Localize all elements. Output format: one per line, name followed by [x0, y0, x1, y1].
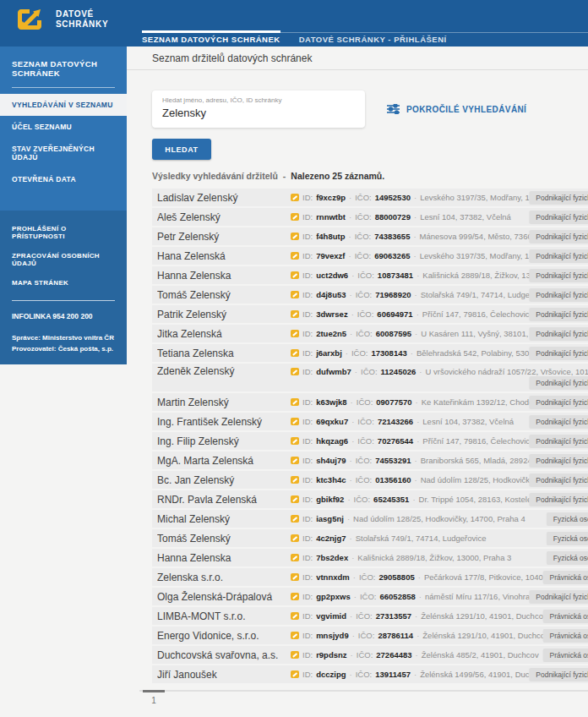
holder-type-badge: Podnikající fyzická osoba	[529, 376, 588, 390]
separator-dot: ·	[349, 193, 351, 202]
holder-type-badge: Podnikající fyzická osoba	[529, 415, 588, 429]
result-row[interactable]: Hanna Zelenska ID: 7bs2dex · Kališnická …	[152, 549, 588, 566]
pagination-page-1[interactable]: 1	[143, 692, 165, 705]
sidebar-link-zpracovani-osobnich-udaju[interactable]: ZPRACOVÁNÍ OSOBNÍCH ÚDAJŮ	[0, 246, 127, 273]
result-row[interactable]: Aleš Zelenský ID: rnnwtbt · IČO: 8800072…	[152, 208, 588, 226]
databox-id: gbikf92	[316, 495, 344, 504]
holder-name: Ing. František Zelenský	[157, 416, 291, 428]
holder-name: Michal Zelenský	[157, 513, 291, 525]
result-row[interactable]: Olga Želenská-Drápalová ID: gp2pxws · IČ…	[152, 588, 588, 605]
result-row[interactable]: Hanna Zelenska ID: uct2dw6 · IČO: 108734…	[152, 266, 588, 284]
databox-icon	[291, 330, 299, 337]
sidebar-link-prohlaseni-o-pristupnosti[interactable]: PROHLÁŠENÍ O PŘÍSTUPNOSTI	[0, 219, 127, 246]
holder-info: ID: 3dwrsez · IČO: 60694971 · Příční 147…	[291, 309, 566, 319]
databox-icon	[291, 233, 299, 240]
databox-id: sh4uj79	[316, 456, 346, 465]
result-row[interactable]: Ladislav Zelenský ID: f9xcz9p · IČO: 149…	[152, 189, 588, 206]
pagination-active-indicator[interactable]	[143, 690, 165, 692]
databox-icon	[291, 194, 299, 201]
result-row[interactable]: RNDr. Pavla Zelenská ID: gbikf92 · IČO: …	[152, 490, 588, 508]
databox-icon	[291, 213, 299, 221]
separator-dot: ·	[349, 212, 351, 222]
holder-address: Stolařská 749/1, 74714, Ludgeřovice	[356, 534, 487, 543]
result-row[interactable]: Ing. Filip Zelenský ID: hkqzag6 · IČO: 7…	[152, 432, 588, 450]
tab-datove-schranky-prihlaseni[interactable]: DATOVÉ SCHRÁNKY - PŘIHLÁŠENÍ	[299, 33, 447, 47]
holder-info: ID: vtnnxdm · IČO: 29058805 · Pečárková …	[291, 572, 585, 582]
result-row[interactable]: Jitka Zelenská ID: 2tue2n5 · IČO: 600875…	[152, 325, 588, 342]
sidebar-item-ucel-seznamu[interactable]: ÚČEL SEZNAMU	[0, 116, 127, 138]
databox-id: f9xcz9p	[316, 193, 346, 202]
search-row: Hledat jméno, adresu, IČO, ID schránky Z…	[152, 90, 588, 128]
holder-info: ID: vgvimid · IČO: 27313557 · Želénská 1…	[291, 611, 547, 621]
result-row-line: Bc. Jan Zelenský ID: ktc3h4c · IČO: 0135…	[152, 471, 588, 489]
result-row[interactable]: Jiří Janoušek ID: dcczipg · IČO: 1391145…	[152, 665, 588, 683]
result-row[interactable]: Zelenska s.r.o. ID: vtnnxdm · IČO: 29058…	[152, 568, 588, 586]
search-input[interactable]: Hledat jméno, adresu, IČO, ID schránky Z…	[152, 90, 365, 128]
ico-label: IČO:	[357, 271, 374, 280]
result-row[interactable]: MgA. Marta Zelenská ID: sh4uj79 · IČO: 7…	[152, 452, 588, 469]
holder-address: Želénská 1291/10, 41901, Duchcov	[422, 631, 548, 640]
result-row[interactable]: Ing. František Zelenský ID: 69qxku7 · IČ…	[152, 413, 588, 430]
result-row-line: Tomáš Zelenský ID: 4c2njg7 · Stolařská 7…	[152, 529, 588, 547]
results-summary: Výsledky vyhledávání držitelů - Nalezeno…	[152, 171, 588, 181]
ico-label: IČO:	[357, 436, 374, 446]
ico-number: 01356160	[375, 475, 411, 484]
result-row[interactable]: Duchcovská svařovna, a.s. ID: r9pdsnz · …	[152, 646, 588, 664]
result-row-line: Hanna Zelenska ID: uct2dw6 · IČO: 108734…	[152, 266, 588, 284]
ico-number: 28786114	[378, 631, 413, 640]
sidebar-item-otevrena-data[interactable]: OTEVŘENÁ DATA	[0, 168, 127, 190]
separator-dot: ·	[415, 611, 417, 621]
ico-label: IČO:	[357, 417, 374, 426]
ico-label: IČO:	[361, 367, 378, 376]
sidebar-link-mapa-stranek[interactable]: MAPA STRÁNEK	[0, 273, 127, 293]
result-row[interactable]: LIMBA-MONT s.r.o. ID: vgvimid · IČO: 273…	[152, 607, 588, 625]
result-row[interactable]: Petr Zelenský ID: f4h8utp · IČO: 7438365…	[152, 227, 588, 245]
databox-icon	[291, 457, 299, 464]
id-label: ID:	[302, 456, 313, 465]
result-row[interactable]: Martin Zelenský ID: k63wjk8 · IČO: 09077…	[152, 393, 588, 411]
holder-name: Ladislav Zelenský	[157, 192, 291, 204]
result-row[interactable]: Tomáš Zelenský ID: d4j8u53 · IČO: 719689…	[152, 286, 588, 304]
ico-number: 74553291	[375, 456, 411, 465]
result-row[interactable]: Tomáš Zelenský ID: 4c2njg7 · Stolařská 7…	[152, 529, 588, 547]
sidebar-item-stav-zverejnenych-udaju[interactable]: STAV ZVEŘEJNĚNÝCH ÚDAJŮ	[0, 138, 127, 168]
tab-seznam-datovych-schranek[interactable]: SEZNAM DATOVÝCH SCHRÁNEK	[142, 33, 280, 47]
badge-wrap: Podnikající fyzická osoba	[529, 344, 588, 362]
results-list: Ladislav Zelenský ID: f9xcz9p · IČO: 149…	[152, 189, 588, 683]
result-row[interactable]: Bc. Jan Zelenský ID: ktc3h4c · IČO: 0135…	[152, 471, 588, 489]
holder-address: Kališnická 2889/18, Žižkov, 13000, Praha…	[357, 553, 511, 562]
ico-label: IČO:	[358, 631, 375, 640]
id-label: ID:	[302, 367, 313, 376]
brand-logo[interactable]: DATOVÉ SCHRÁNKY	[15, 7, 108, 32]
sidebar-item-vyhledavani-v-seznamu[interactable]: VYHLEDÁVÁNÍ V SEZNAMU	[0, 94, 127, 116]
result-row[interactable]: Tetiana Zelenska ID: j6arxbj · IČO: 1730…	[152, 344, 588, 362]
databox-icon	[291, 252, 299, 260]
result-row[interactable]: Hana Zelenská ID: 79vexzf · IČO: 6906326…	[152, 247, 588, 265]
separator-dot: ·	[418, 572, 421, 582]
badge-wrap: Podnikající fyzická osoba	[529, 189, 588, 206]
id-label: ID:	[302, 631, 313, 640]
advanced-search-link[interactable]: POKROČILÉ VYHLEDÁVÁNÍ	[387, 104, 526, 114]
databox-icon	[291, 349, 299, 357]
infoline: INFOLINKA 954 200 200	[0, 308, 127, 325]
result-row[interactable]: Patrik Zelenský ID: 3dwrsez · IČO: 60694…	[152, 305, 588, 323]
holder-info: ID: dufwmb7 · IČO: 11245026 · U vršovick…	[291, 367, 588, 376]
brand-line2: SCHRÁNKY	[56, 19, 108, 30]
badge-wrap: Podnikající fyzická osoba	[529, 665, 588, 683]
badge-wrap: Podnikající fyzická osoba	[529, 227, 588, 245]
result-row[interactable]: Energo Vidonice, s.r.o. ID: mnsjyd9 · IČ…	[152, 627, 588, 644]
result-row[interactable]: Zdeněk Zelenský ID: dufwmb7 · IČO: 11245…	[152, 364, 588, 391]
main-content: Seznam držitelů datových schránek Hledat…	[127, 47, 588, 705]
result-row[interactable]: Michal Zelenský ID: iasg5nj · Nad údolím…	[152, 510, 588, 528]
holder-name: RNDr. Pavla Zelenská	[157, 494, 291, 506]
holder-type-badge: Právnická osoba	[543, 649, 588, 662]
search-button[interactable]: HLEDAT	[152, 139, 211, 160]
result-row-line: Zelenska s.r.o. ID: vtnnxdm · IČO: 29058…	[152, 568, 588, 586]
separator-dot: ·	[351, 309, 354, 319]
databox-id: iasg5nj	[316, 514, 344, 523]
separator-dot: ·	[350, 329, 352, 338]
databox-id: mnsjyd9	[316, 631, 349, 640]
separator-dot: ·	[416, 309, 419, 319]
databox-id: 3dwrsez	[316, 309, 348, 319]
holder-name: Zdeněk Zelenský	[157, 365, 291, 377]
